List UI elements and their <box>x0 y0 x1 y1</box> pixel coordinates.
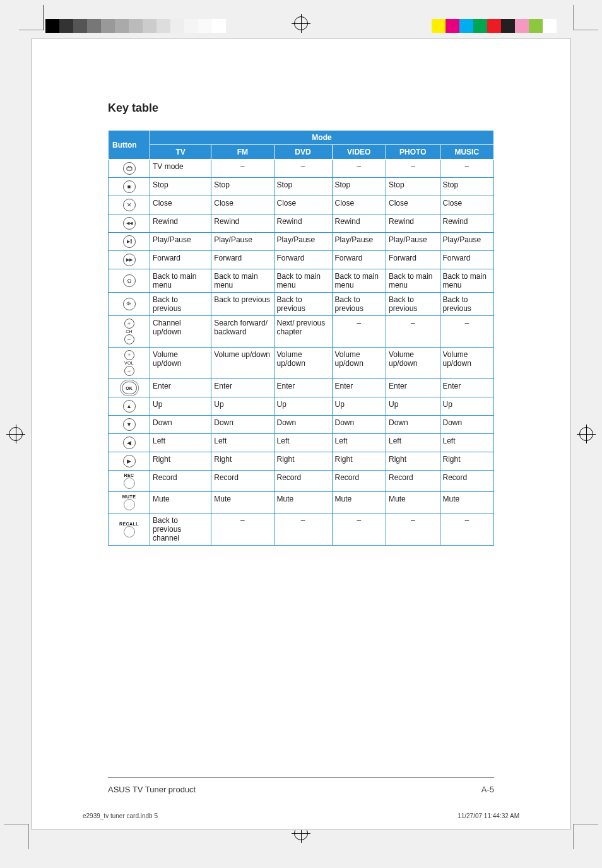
cell: Back to main menu <box>332 269 386 293</box>
record-icon: REC <box>110 473 148 489</box>
cell: – <box>274 160 332 178</box>
forward-icon: ▶▶ <box>123 254 136 266</box>
cell: Right <box>274 452 332 471</box>
cell: Mute <box>440 492 494 513</box>
ok-icon: OK <box>122 382 137 394</box>
cell: Volume up/down <box>386 348 440 379</box>
icon-cell: ✕ <box>109 196 150 214</box>
cell: – <box>332 316 386 348</box>
cell: Search forward/ backward <box>211 316 274 348</box>
cell: Volume up/down <box>274 348 332 379</box>
header-col-music: MUSIC <box>440 145 494 160</box>
cell: Down <box>274 416 332 434</box>
cell: Forward <box>274 251 332 269</box>
icon-cell: ▼ <box>109 416 150 434</box>
footer-product: ASUS TV Tuner product <box>108 785 196 794</box>
cell: Up <box>211 397 274 416</box>
cell: Next/ previous chapter <box>274 316 332 348</box>
cell: Play/Pause <box>386 233 440 251</box>
header-col-tv: TV <box>150 145 211 160</box>
cell: Left <box>332 434 386 452</box>
cell: Up <box>274 397 332 416</box>
cell: Stop <box>440 178 494 196</box>
cell: Back to previous <box>211 293 274 316</box>
cell: Back to previous <box>386 293 440 316</box>
cell: Volume up/down <box>440 348 494 379</box>
cell: Close <box>332 196 386 214</box>
header-col-fm: FM <box>211 145 274 160</box>
cell: Rewind <box>211 214 274 233</box>
cell: Close <box>440 196 494 214</box>
key-table: Button Mode TVFMDVDVIDEOPHOTOMUSIC TV mo… <box>108 130 494 546</box>
cell: Forward <box>440 251 494 269</box>
cell: Up <box>150 397 211 416</box>
cell: Right <box>211 452 274 471</box>
tv-mode-icon <box>123 162 136 175</box>
cell: – <box>440 316 494 348</box>
table-row: ▶RightRightRightRightRightRight <box>109 452 494 471</box>
header-columns: TVFMDVDVIDEOPHOTOMUSIC <box>109 145 494 160</box>
cell: Close <box>274 196 332 214</box>
icon-cell: MUTE <box>109 492 150 513</box>
back-icon <box>123 298 136 310</box>
cell: Stop <box>274 178 332 196</box>
table-row: ■StopStopStopStopStopStop <box>109 178 494 196</box>
cell: Back to previous channel <box>150 513 211 546</box>
table-row: Back to main menuBack to main menuBack t… <box>109 269 494 293</box>
cell: Mute <box>386 492 440 513</box>
stop-icon: ■ <box>123 180 136 193</box>
mute-icon: MUTE <box>110 495 148 510</box>
header-mode: Mode <box>150 131 494 145</box>
cell: Right <box>386 452 440 471</box>
header-col-video: VIDEO <box>332 145 386 160</box>
cell: Play/Pause <box>274 233 332 251</box>
cell: Rewind <box>274 214 332 233</box>
icon-cell <box>109 293 150 316</box>
table-row: ✕CloseCloseCloseCloseCloseClose <box>109 196 494 214</box>
cell: Channel up/down <box>150 316 211 348</box>
cell: Stop <box>211 178 274 196</box>
footer-page: A-5 <box>481 785 494 794</box>
table-row: +CH−Channel up/downSearch forward/ backw… <box>109 316 494 348</box>
cell: – <box>332 160 386 178</box>
cell: – <box>211 160 274 178</box>
footer-divider <box>108 777 494 778</box>
table-row: ◀◀RewindRewindRewindRewindRewindRewind <box>109 214 494 233</box>
cell: – <box>386 160 440 178</box>
icon-cell: ▶ <box>109 452 150 471</box>
cell: Right <box>440 452 494 471</box>
main-menu-icon <box>123 274 136 287</box>
imprint: e2939_tv tuner card.indb 5 11/27/07 11:4… <box>83 812 519 819</box>
icon-cell: ▶▶ <box>109 251 150 269</box>
cell: Rewind <box>150 214 211 233</box>
cell: – <box>386 513 440 546</box>
cell: Play/Pause <box>332 233 386 251</box>
cell: – <box>440 160 494 178</box>
cell: Up <box>332 397 386 416</box>
icon-cell: RECALL <box>109 513 150 546</box>
cell: Record <box>150 471 211 492</box>
ch-up-down-icon: +CH− <box>110 319 148 344</box>
table-row: TV mode––––– <box>109 160 494 178</box>
cell: Left <box>440 434 494 452</box>
cell: Back to previous <box>150 293 211 316</box>
table-row: ▶ǁPlay/PausePlay/PausePlay/PausePlay/Pau… <box>109 233 494 251</box>
cell: Stop <box>386 178 440 196</box>
icon-cell: ▲ <box>109 397 150 416</box>
header-button: Button <box>109 131 150 160</box>
cell: Forward <box>150 251 211 269</box>
cell: Down <box>440 416 494 434</box>
table-row: Back to previousBack to previousBack to … <box>109 293 494 316</box>
icon-cell: +CH− <box>109 316 150 348</box>
cell: Record <box>440 471 494 492</box>
page: Key table Button Mode TVFMDVDVIDEOPHOTOM… <box>32 38 570 830</box>
cell: TV mode <box>150 160 211 178</box>
right-icon: ▶ <box>123 455 136 467</box>
cell: Left <box>274 434 332 452</box>
recall-icon: RECALL <box>110 522 148 537</box>
cell: – <box>274 513 332 546</box>
cell: Left <box>211 434 274 452</box>
cell: Rewind <box>440 214 494 233</box>
cell: Forward <box>332 251 386 269</box>
table-row: ▲UpUpUpUpUpUp <box>109 397 494 416</box>
